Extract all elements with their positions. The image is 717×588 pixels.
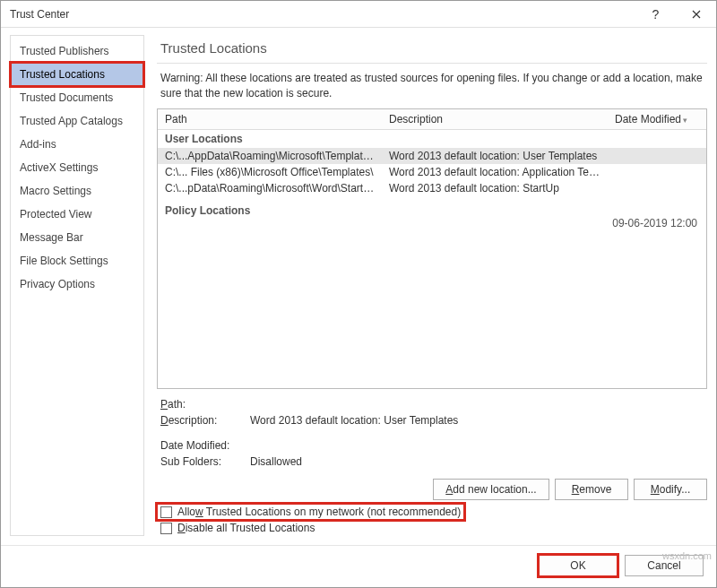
table-row[interactable]: C:\...pData\Roaming\Microsoft\Word\Start… [158, 180, 706, 196]
dialog-footer: OK Cancel [1, 545, 716, 587]
group-user-locations: User Locations [158, 130, 706, 148]
allow-network-label: Allow Trusted Locations on my network (n… [177, 506, 461, 518]
nav-add-ins[interactable]: Add-ins [11, 133, 143, 156]
close-icon [692, 10, 701, 19]
detail-description-value: Word 2013 default location: User Templat… [250, 412, 458, 428]
col-header-description[interactable]: Description [382, 109, 608, 129]
nav-trusted-app-catalogs[interactable]: Trusted App Catalogs [11, 109, 143, 133]
modify-button[interactable]: Modify... [634, 479, 707, 500]
nav-protected-view[interactable]: Protected View [11, 203, 143, 226]
main-panel: Trusted Locations Warning: All these loc… [157, 35, 707, 536]
disable-all-checkbox-row[interactable]: Disable all Trusted Locations [157, 520, 318, 536]
list-header: Path Description Date Modified▾ [158, 109, 706, 130]
nav-trusted-publishers[interactable]: Trusted Publishers [11, 39, 143, 63]
cancel-button[interactable]: Cancel [625, 555, 704, 576]
nav-file-block-settings[interactable]: File Block Settings [11, 249, 143, 272]
category-nav: Trusted Publishers Trusted Locations Tru… [10, 35, 144, 536]
location-buttons: Add new location... Remove Modify... [157, 473, 707, 504]
nav-trusted-documents[interactable]: Trusted Documents [11, 86, 143, 109]
detail-subfolders-label: Sub Folders: [160, 454, 250, 470]
selection-details: Path: Description: Word 2013 default loc… [157, 389, 707, 473]
locations-list[interactable]: Path Description Date Modified▾ User Loc… [157, 108, 707, 389]
warning-text: Warning: All these locations are treated… [157, 71, 707, 108]
nav-privacy-options[interactable]: Privacy Options [11, 272, 143, 296]
section-heading: Trusted Locations [157, 35, 707, 64]
allow-network-checkbox[interactable] [160, 506, 172, 518]
add-new-location-button[interactable]: Add new location... [433, 479, 549, 500]
trust-center-dialog: Trust Center ? Trusted Publishers Truste… [0, 0, 717, 588]
nav-activex-settings[interactable]: ActiveX Settings [11, 156, 143, 179]
allow-network-checkbox-row[interactable]: Allow Trusted Locations on my network (n… [157, 504, 464, 520]
col-header-date-modified[interactable]: Date Modified▾ [608, 109, 706, 129]
table-row[interactable]: C:\... Files (x86)\Microsoft Office\Temp… [158, 164, 706, 180]
detail-subfolders-value: Disallowed [250, 454, 302, 470]
col-header-path[interactable]: Path [158, 109, 382, 129]
nav-trusted-locations[interactable]: Trusted Locations [11, 63, 143, 86]
window-title: Trust Center [10, 8, 635, 21]
detail-path-label: Path: [160, 396, 250, 412]
close-button[interactable] [676, 1, 716, 28]
disable-all-checkbox[interactable] [160, 523, 172, 534]
remove-button[interactable]: Remove [555, 479, 628, 500]
nav-macro-settings[interactable]: Macro Settings [11, 179, 143, 203]
ok-button[interactable]: OK [539, 555, 618, 576]
disable-all-label: Disable all Trusted Locations [177, 522, 315, 534]
help-button[interactable]: ? [635, 1, 676, 28]
detail-description-label: Description: [160, 412, 250, 428]
nav-message-bar[interactable]: Message Bar [11, 226, 143, 249]
sort-caret-icon: ▾ [683, 116, 687, 125]
detail-date-label: Date Modified: [160, 437, 250, 454]
titlebar: Trust Center ? [1, 1, 716, 28]
dialog-body: Trusted Publishers Trusted Locations Tru… [1, 28, 716, 545]
table-row[interactable]: C:\...AppData\Roaming\Microsoft\Template… [158, 148, 706, 164]
policy-date: 09-06-2019 12:00 [612, 217, 697, 229]
